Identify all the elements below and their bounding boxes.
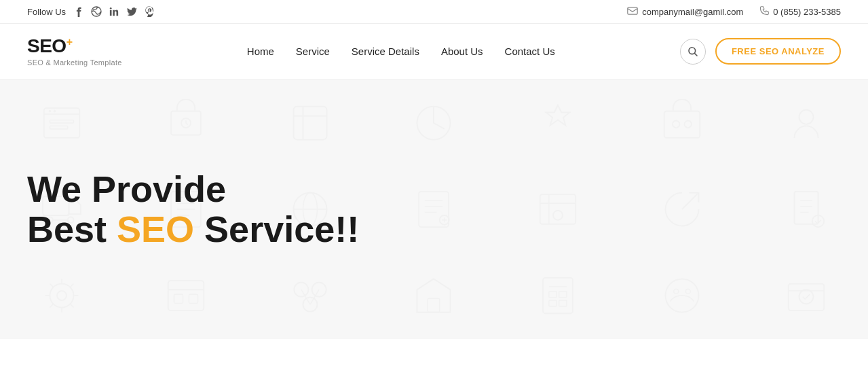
svg-rect-43 [559, 300, 567, 306]
svg-rect-10 [171, 111, 201, 135]
bg-icon-21 [744, 253, 868, 339]
hero-line1: We Provide [27, 169, 359, 209]
hero-seo-text: SEO [117, 209, 194, 249]
nav-item-service-details[interactable]: Service Details [352, 46, 419, 57]
bg-icon-17 [248, 253, 372, 339]
hero-line2-post: Service!! [194, 209, 359, 249]
svg-point-11 [181, 118, 191, 128]
top-bar: Follow Us [0, 0, 868, 24]
logo-plus: + [67, 36, 73, 48]
svg-point-35 [294, 283, 308, 297]
bg-icon-19 [496, 253, 620, 339]
svg-point-2 [110, 7, 112, 10]
linkedin-icon[interactable] [108, 5, 120, 18]
svg-rect-5 [44, 108, 80, 138]
svg-point-46 [685, 289, 690, 294]
search-button[interactable] [680, 39, 706, 65]
svg-rect-40 [549, 291, 556, 298]
social-icons [73, 5, 155, 18]
svg-rect-34 [189, 295, 197, 304]
svg-point-45 [674, 289, 679, 294]
svg-point-16 [684, 120, 692, 128]
bg-icon-18 [372, 253, 496, 339]
logo-title: SEO+ [27, 36, 122, 57]
hero-section: We Provide Best SEO Service!! [0, 79, 868, 339]
email-item: companymail@gamil.com [627, 6, 743, 17]
bg-icon-20 [620, 253, 744, 339]
bg-icon-2 [124, 79, 248, 166]
svg-rect-33 [174, 295, 183, 304]
contact-info: companymail@gamil.com 0 (855) 233-5385 [627, 6, 841, 18]
bg-icon-12 [496, 166, 620, 252]
nav-item-contact[interactable]: Contact Us [505, 46, 555, 57]
svg-rect-39 [543, 278, 573, 314]
svg-point-0 [92, 7, 101, 16]
svg-point-29 [812, 215, 824, 228]
email-text: companymail@gamil.com [642, 7, 743, 17]
svg-point-7 [54, 110, 56, 113]
logo-subtitle: SEO & Marketing Template [27, 58, 122, 67]
svg-rect-47 [788, 284, 824, 310]
svg-rect-42 [549, 300, 556, 306]
svg-rect-28 [794, 192, 818, 224]
svg-rect-24 [419, 192, 449, 228]
svg-point-31 [57, 291, 67, 300]
svg-rect-12 [293, 106, 326, 139]
facebook-icon[interactable] [73, 5, 85, 18]
svg-rect-41 [559, 291, 567, 298]
nav-right: FREE SEO ANALYZE [680, 38, 841, 65]
hero-line2-pre: Best [27, 209, 117, 249]
bg-icon-5 [496, 79, 620, 166]
bg-icon-11 [372, 166, 496, 252]
bg-icon-6 [620, 79, 744, 166]
svg-rect-38 [428, 299, 440, 313]
phone-item: 0 (855) 233-5385 [759, 6, 841, 18]
svg-point-15 [673, 120, 680, 128]
nav-item-service[interactable]: Service [296, 46, 330, 57]
logo-area: SEO+ SEO & Marketing Template [27, 36, 122, 67]
svg-point-30 [50, 284, 74, 308]
hero-content: We Provide Best SEO Service!! [27, 169, 359, 250]
bg-icon-14 [744, 166, 868, 252]
phone-text: 0 (855) 233-5385 [773, 7, 841, 17]
nav-item-home[interactable]: Home [247, 46, 274, 57]
bg-icon-7 [744, 79, 868, 166]
main-nav: Home Service Service Details About Us Co… [247, 46, 555, 57]
bg-icon-3 [248, 79, 372, 166]
svg-point-44 [665, 279, 698, 313]
svg-rect-14 [664, 111, 700, 137]
follow-us-section: Follow Us [27, 5, 155, 18]
email-icon [627, 6, 638, 17]
svg-rect-8 [50, 120, 74, 122]
svg-point-25 [440, 215, 449, 225]
hero-line2: Best SEO Service!! [27, 209, 359, 249]
dribbble-icon[interactable] [90, 5, 102, 18]
follow-label: Follow Us [27, 7, 66, 17]
phone-icon [759, 6, 769, 18]
pinterest-icon[interactable] [143, 5, 155, 18]
bg-icon-1 [0, 79, 124, 166]
svg-point-37 [303, 298, 317, 312]
svg-rect-3 [628, 7, 637, 14]
svg-rect-1 [110, 10, 112, 16]
svg-point-27 [553, 211, 563, 220]
svg-point-17 [799, 110, 813, 124]
cta-button[interactable]: FREE SEO ANALYZE [715, 38, 841, 65]
svg-rect-32 [168, 281, 204, 311]
svg-point-13 [417, 106, 451, 139]
twitter-icon[interactable] [126, 5, 138, 18]
svg-point-6 [49, 110, 52, 113]
svg-point-48 [799, 290, 813, 304]
bg-icon-15 [0, 253, 124, 339]
bg-icon-16 [124, 253, 248, 339]
header: SEO+ SEO & Marketing Template Home Servi… [0, 24, 868, 79]
svg-rect-26 [540, 194, 576, 224]
bg-icon-13 [620, 166, 744, 252]
svg-point-36 [312, 283, 326, 297]
bg-icon-4 [372, 79, 496, 166]
logo-text: SEO [27, 35, 67, 56]
svg-rect-9 [50, 126, 68, 128]
nav-item-about[interactable]: About Us [441, 46, 483, 57]
